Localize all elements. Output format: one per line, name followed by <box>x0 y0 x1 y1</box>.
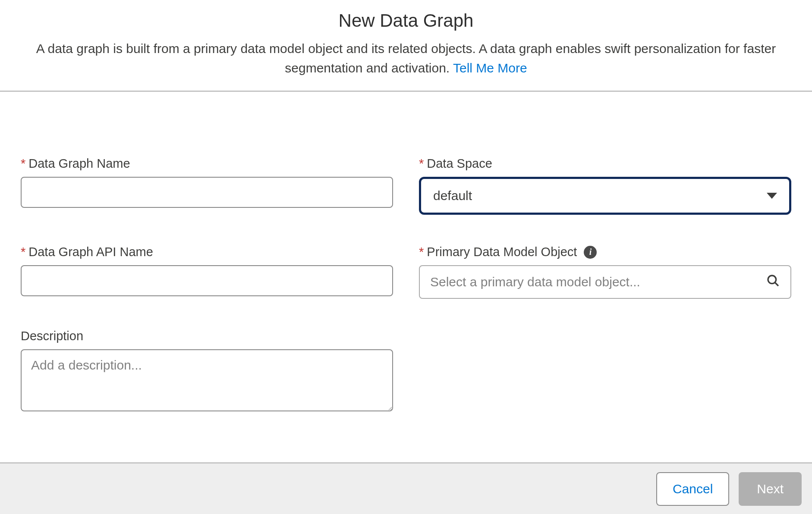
svg-line-1 <box>775 282 778 286</box>
data-graph-name-group: * Data Graph Name <box>21 157 393 215</box>
data-graph-api-name-input[interactable] <box>21 265 393 296</box>
data-graph-name-input[interactable] <box>21 177 393 208</box>
description-label: Description <box>21 329 393 343</box>
search-icon <box>766 274 780 291</box>
label-text: Data Space <box>427 157 492 171</box>
label-text: Data Graph Name <box>28 157 130 171</box>
info-icon[interactable]: i <box>584 246 597 259</box>
data-space-group: * Data Space default <box>419 157 791 215</box>
required-asterisk: * <box>21 157 25 171</box>
data-space-label: * Data Space <box>419 157 791 171</box>
label-text: Data Graph API Name <box>28 245 153 259</box>
page-title: New Data Graph <box>0 10 812 31</box>
data-space-select[interactable]: default <box>419 177 791 215</box>
primary-dmo-placeholder: Select a primary data model object... <box>430 275 640 289</box>
label-text: Primary Data Model Object <box>427 245 577 259</box>
page-subtitle: A data graph is built from a primary dat… <box>0 39 812 78</box>
required-asterisk: * <box>419 245 424 259</box>
description-textarea[interactable] <box>21 349 393 411</box>
required-asterisk: * <box>419 157 424 171</box>
form-area: * Data Graph Name * Data Space default *… <box>0 105 812 411</box>
primary-dmo-label: * Primary Data Model Object i <box>419 245 791 259</box>
next-button[interactable]: Next <box>739 472 802 506</box>
subtitle-text: A data graph is built from a primary dat… <box>36 41 776 75</box>
label-text: Description <box>21 329 83 343</box>
chevron-down-icon <box>767 193 777 199</box>
header-divider <box>0 91 812 92</box>
data-graph-api-name-label: * Data Graph API Name <box>21 245 393 259</box>
data-space-value: default <box>433 188 472 203</box>
data-graph-name-label: * Data Graph Name <box>21 157 393 171</box>
primary-dmo-group: * Primary Data Model Object i Select a p… <box>419 245 791 299</box>
required-asterisk: * <box>21 245 25 259</box>
description-group: Description <box>21 329 393 411</box>
dialog-header: New Data Graph A data graph is built fro… <box>0 0 812 105</box>
primary-dmo-lookup[interactable]: Select a primary data model object... <box>419 265 791 299</box>
svg-point-0 <box>768 276 776 284</box>
data-graph-api-name-group: * Data Graph API Name <box>21 245 393 299</box>
dialog-footer: Cancel Next <box>0 462 812 514</box>
cancel-button[interactable]: Cancel <box>656 472 729 506</box>
tell-me-more-link[interactable]: Tell Me More <box>453 61 527 75</box>
